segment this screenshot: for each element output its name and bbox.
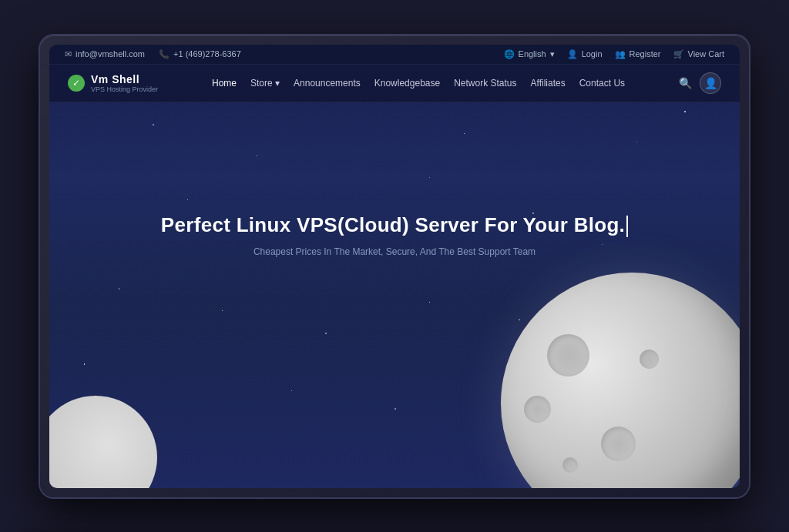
hero-section: Perfect Linux VPS(Cloud) Server For Your… (49, 45, 740, 488)
hero-cursor (626, 216, 628, 237)
hero-subtitle: Cheapest Prices In The Market, Secure, A… (253, 246, 536, 257)
hero-title-text: Perfect Linux VPS(Cloud) Server For Your… (161, 213, 625, 236)
screen-content: ✉ info@vmshell.com 📞 +1 (469)278-6367 🌐 … (49, 45, 740, 488)
logo-section: ✓ Vm Shell VPS Hosting Provider (68, 73, 158, 93)
nav-contact[interactable]: Contact Us (579, 78, 625, 89)
nav-knowledgebase[interactable]: Knowledgebase (374, 78, 440, 89)
language-text: English (519, 49, 546, 59)
laptop-wrapper: ✉ info@vmshell.com 📞 +1 (469)278-6367 🌐 … (0, 0, 789, 532)
hero-title: Perfect Linux VPS(Cloud) Server For Your… (161, 213, 628, 237)
register-item[interactable]: 👥 Register (615, 49, 661, 59)
phone-item: 📞 +1 (469)278-6367 (159, 49, 241, 59)
top-bar: ✉ info@vmshell.com 📞 +1 (469)278-6367 🌐 … (49, 45, 740, 65)
nav-announcements[interactable]: Announcements (294, 78, 361, 89)
nav-home[interactable]: Home (212, 78, 237, 89)
nav-affiliates[interactable]: Affiliates (531, 78, 566, 89)
email-text: info@vmshell.com (76, 49, 145, 59)
nav-bar: ✓ Vm Shell VPS Hosting Provider Home Sto… (49, 65, 740, 102)
laptop-screen: ✉ info@vmshell.com 📞 +1 (469)278-6367 🌐 … (49, 45, 740, 488)
nav-links: Home Store ▾ Announcements Knowledgebase… (212, 78, 625, 89)
viewcart-text: View Cart (688, 49, 724, 59)
logo-subtitle: VPS Hosting Provider (91, 85, 158, 93)
dropdown-arrow: ▾ (550, 49, 555, 59)
nav-network-status[interactable]: Network Status (454, 78, 516, 89)
language-item[interactable]: 🌐 English ▾ (504, 49, 555, 59)
top-bar-right: 🌐 English ▾ 👤 Login 👥 Register (504, 49, 724, 59)
globe-icon: 🌐 (504, 49, 515, 59)
users-icon: 👥 (615, 49, 626, 59)
phone-icon: 📞 (159, 49, 170, 59)
email-item: ✉ info@vmshell.com (65, 49, 145, 59)
laptop-body: ✉ info@vmshell.com 📞 +1 (469)278-6367 🌐 … (40, 35, 749, 497)
search-button[interactable]: 🔍 (679, 77, 692, 89)
cart-icon: 🛒 (673, 49, 684, 59)
user-button[interactable]: 👤 (700, 72, 721, 94)
viewcart-item[interactable]: 🛒 View Cart (673, 49, 724, 59)
logo-title: Vm Shell (91, 73, 158, 85)
user-icon: 👤 (567, 49, 578, 59)
nav-store[interactable]: Store ▾ (250, 78, 280, 89)
logo-icon: ✓ (68, 75, 85, 92)
top-bar-left: ✉ info@vmshell.com 📞 +1 (469)278-6367 (65, 49, 241, 59)
login-text: Login (582, 49, 603, 59)
email-icon: ✉ (65, 49, 72, 59)
nav-icons: 🔍 👤 (679, 72, 721, 94)
logo-text-block: Vm Shell VPS Hosting Provider (91, 73, 158, 93)
register-text: Register (630, 49, 661, 59)
logo-check: ✓ (72, 78, 80, 89)
phone-text: +1 (469)278-6367 (173, 49, 241, 59)
login-item[interactable]: 👤 Login (567, 49, 603, 59)
